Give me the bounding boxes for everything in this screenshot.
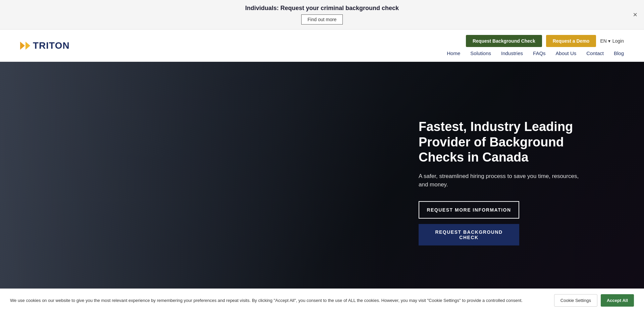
banner-close-button[interactable]: × <box>633 11 637 18</box>
banner-text: Individuals: Request your criminal backg… <box>7 5 637 12</box>
nav-contact[interactable]: Contact <box>586 50 604 56</box>
banner-link[interactable]: Find out more <box>301 14 343 25</box>
hero-heading: Fastest, Industry Leading Provider of Ba… <box>419 119 580 165</box>
request-background-check-hero-button[interactable]: REQUEST BACKGROUND CHECK <box>419 224 519 246</box>
hero-subtext: A safer, streamlined hiring process to s… <box>419 172 580 189</box>
nav-solutions[interactable]: Solutions <box>470 50 491 56</box>
nav-industries[interactable]: Industries <box>501 50 523 56</box>
header: TRITON Request Background Check Request … <box>0 30 644 62</box>
logo-arrows-icon <box>20 42 30 50</box>
request-more-info-button[interactable]: REQUEST MORE INFORMATION <box>419 201 519 219</box>
hero-content: Fastest, Industry Leading Provider of Ba… <box>419 119 580 246</box>
logo-text: TRITON <box>33 40 70 51</box>
arrow-right-icon <box>25 42 30 50</box>
lang-login-area: EN ▾ Login <box>600 38 624 44</box>
nav-about-us[interactable]: About Us <box>556 50 577 56</box>
request-background-check-button[interactable]: Request Background Check <box>466 35 542 47</box>
header-actions: Request Background Check Request a Demo … <box>466 35 624 47</box>
cookie-bar: We use cookies on our website to give yo… <box>0 288 644 290</box>
logo[interactable]: TRITON <box>20 40 70 51</box>
request-demo-button[interactable]: Request a Demo <box>546 35 596 47</box>
hero-section: Fastest, Industry Leading Provider of Ba… <box>0 62 644 290</box>
login-link[interactable]: Login <box>612 38 624 44</box>
main-nav: Home Solutions Industries FAQs About Us … <box>447 50 624 56</box>
top-banner: Individuals: Request your criminal backg… <box>0 0 644 30</box>
header-right: Request Background Check Request a Demo … <box>447 35 624 56</box>
arrow-left-icon <box>20 42 25 50</box>
nav-faqs[interactable]: FAQs <box>533 50 546 56</box>
nav-blog[interactable]: Blog <box>614 50 624 56</box>
nav-home[interactable]: Home <box>447 50 460 56</box>
language-selector[interactable]: EN ▾ <box>600 38 610 44</box>
